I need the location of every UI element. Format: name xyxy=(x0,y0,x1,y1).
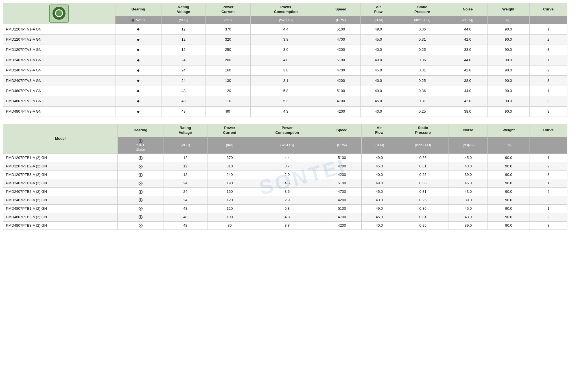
weight-cell: 90.0 xyxy=(487,106,529,117)
voltage-cell: 12 xyxy=(161,34,206,45)
unit-curve xyxy=(530,16,567,24)
bearing-cell: ● xyxy=(115,106,161,117)
table-row: PMD1207PTV3-A GN ● 12 250 3.0 4200 40.0 … xyxy=(3,45,567,55)
pressure-cell: 0.31 xyxy=(396,96,448,106)
speed-cell: 4700 xyxy=(321,34,360,45)
power-cell: 3.0 xyxy=(250,45,321,55)
weight2-cell: 90.0 xyxy=(488,196,530,204)
noise2-cell: 43.0 xyxy=(449,162,488,171)
table-row: PMD2407PTV1-A GN ● 24 200 4.8 5100 49.0 … xyxy=(3,55,567,65)
table2-header-row: Model Bearing RatingVoltage PowerCurrent… xyxy=(3,124,567,137)
weight-cell: 90.0 xyxy=(487,96,529,106)
speed2-cell: 4700 xyxy=(322,162,362,171)
model-cell: PMD4807PTV1-A GN xyxy=(3,86,115,96)
voltage2-cell: 12 xyxy=(163,154,207,162)
noise2-cell: 43.0 xyxy=(449,213,488,221)
bearing-type: VAPO xyxy=(115,16,161,24)
bearing-cell: ● xyxy=(115,55,161,65)
model-cell: PMD1207PTV3-A GN xyxy=(3,45,115,55)
current2-cell: 100 xyxy=(207,213,252,221)
curve-cell: 2 xyxy=(530,34,567,45)
unit-current: (mA) xyxy=(206,16,250,24)
current2-cell: 310 xyxy=(207,162,252,171)
table-row: PMD1207PTB1-A (2).GN 12 370 4.4 5100 49.… xyxy=(3,154,567,162)
bearing2-cell xyxy=(118,162,163,171)
table-row: PMD1207PTB2-A (2).GN 12 310 3.7 4700 45.… xyxy=(3,162,567,171)
speed2-cell: 4200 xyxy=(322,221,362,230)
current-cell: 110 xyxy=(206,96,250,106)
noise-cell: 44.0 xyxy=(448,55,487,65)
unit2-noise: (dB(A)) xyxy=(449,137,488,154)
unit2-voltage: (VDC) xyxy=(163,137,207,154)
ball-icon xyxy=(139,224,143,228)
current-cell: 320 xyxy=(206,34,250,45)
table-row: PMD2407PTV3-A GN ● 24 130 3.1 4200 40.0 … xyxy=(3,76,567,86)
table2: Model Bearing RatingVoltage PowerCurrent… xyxy=(3,124,567,230)
bearing2-cell xyxy=(118,196,163,204)
voltage-cell: 48 xyxy=(161,106,206,117)
airflow2-cell: 45.0 xyxy=(362,162,397,171)
weight2-cell: 90.0 xyxy=(488,213,530,221)
curve2-cell: 1 xyxy=(530,154,567,162)
unit2-pressure: (inch-H₂O) xyxy=(397,137,449,154)
power2-cell: 2.9 xyxy=(252,171,322,179)
voltage-cell: 12 xyxy=(161,45,206,55)
weight-cell: 90.0 xyxy=(487,65,529,75)
noise2-cell: 39.0 xyxy=(449,196,488,204)
curve2-cell: 3 xyxy=(530,196,567,204)
col2-bearing: Bearing xyxy=(118,124,163,137)
current-cell: 90 xyxy=(206,106,250,117)
airflow2-cell: 40.0 xyxy=(362,221,397,230)
voltage2-cell: 24 xyxy=(163,179,207,188)
unit-speed: (RPM) xyxy=(321,16,360,24)
power-cell: 5.3 xyxy=(250,96,321,106)
model-cell: PMD1207PTB1-A (2).GN xyxy=(3,154,118,162)
pressure-cell: 0.25 xyxy=(396,106,448,117)
col2-current: PowerCurrent xyxy=(207,124,252,137)
bearing-cell: ● xyxy=(115,24,161,34)
model-cell: PMD4807PTV3-A GN xyxy=(3,106,115,117)
pressure-cell: 0.25 xyxy=(396,45,448,55)
airflow-cell: 45.0 xyxy=(360,96,396,106)
bearing-cell: ● xyxy=(115,65,161,75)
ball-label: 2BALLSleeve xyxy=(136,144,145,151)
ball-icon xyxy=(139,198,143,202)
col2-pressure: StaticPressure xyxy=(397,124,449,137)
weight-cell: 90.0 xyxy=(487,55,529,65)
power-cell: 4.8 xyxy=(250,55,321,65)
speed2-cell: 4700 xyxy=(322,213,362,221)
airflow2-cell: 49.0 xyxy=(362,154,397,162)
speed-cell: 5100 xyxy=(321,24,360,34)
pressure2-cell: 0.36 xyxy=(397,154,449,162)
col2-curve: Curve xyxy=(530,124,567,137)
noise-cell: 44.0 xyxy=(448,86,487,96)
noise2-cell: 45.0 xyxy=(449,204,488,213)
weight2-cell: 90.0 xyxy=(488,162,530,171)
weight2-cell: 90.0 xyxy=(488,221,530,230)
current-cell: 370 xyxy=(206,24,250,34)
voltage-cell: 24 xyxy=(161,76,206,86)
col-airflow: AirFlow xyxy=(360,3,396,16)
pressure-cell: 0.25 xyxy=(396,76,448,86)
power2-cell: 4.6 xyxy=(252,179,322,188)
power2-cell: 5.8 xyxy=(252,204,322,213)
speed-cell: 5100 xyxy=(321,86,360,96)
curve-cell: 3 xyxy=(530,76,567,86)
unit-weight: (g) xyxy=(487,16,529,24)
table-row: PMD2407PTB3-A (2).GN 24 120 2.9 4200 40.… xyxy=(3,196,567,204)
ball-icon xyxy=(139,190,143,194)
pressure-cell: 0.36 xyxy=(396,24,448,34)
table-row: PMD1207PTV2-A GN ● 12 320 3.8 4700 45.0 … xyxy=(3,34,567,45)
bearing-cell: ● xyxy=(115,96,161,106)
pressure2-cell: 0.36 xyxy=(397,204,449,213)
ball-icon xyxy=(139,215,143,219)
current-cell: 200 xyxy=(206,55,250,65)
col-weight: Weight xyxy=(487,3,529,16)
bearing-cell: ● xyxy=(115,86,161,96)
model-cell: PMD4807PTB3-A (2).GN xyxy=(3,221,118,230)
bearing-cell: ● xyxy=(115,34,161,45)
current-cell: 160 xyxy=(206,65,250,75)
pressure2-cell: 0.25 xyxy=(397,171,449,179)
unit-noise: (dB(A)) xyxy=(448,16,487,24)
noise-cell: 44.0 xyxy=(448,24,487,34)
